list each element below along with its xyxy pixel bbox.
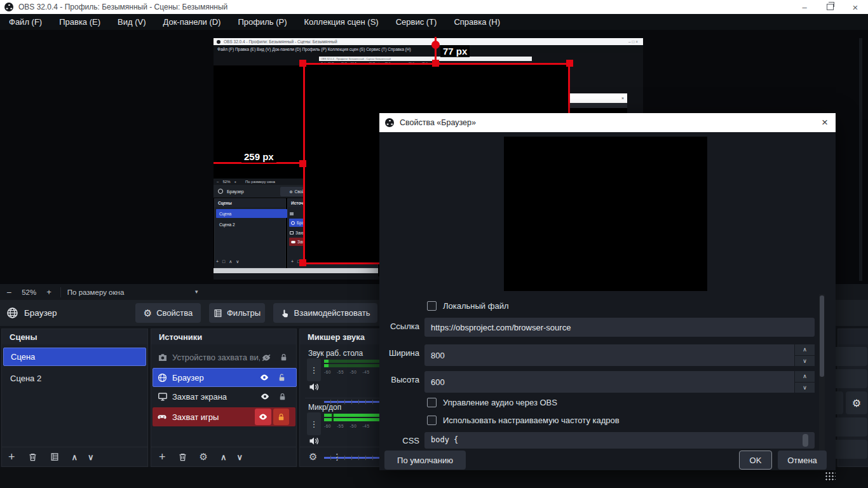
source-row-capture-device[interactable]: Устройство захвата ви,: [153, 348, 296, 367]
properties-button[interactable]: ⚙ Свойства: [135, 303, 201, 323]
scene-row-selected[interactable]: Сцена: [3, 348, 146, 366]
menu-scene-collection[interactable]: Коллекция сцен (S): [304, 17, 379, 27]
controls-dock-sliver: ⚙: [837, 329, 868, 467]
dialog-resize-grip[interactable]: [824, 471, 836, 481]
spin-up-icon[interactable]: ∧: [795, 371, 815, 383]
nested-menubar: Файл (F) Правка (E) Вид (V) Док-панели (…: [214, 45, 643, 53]
source-row-game-capture[interactable]: Захват игры: [153, 407, 295, 426]
source-row-display-capture[interactable]: Захват экрана: [153, 388, 296, 405]
window-titlebar: OBS 32.0.4 - Профиль: Безымянный - Сцены…: [0, 0, 868, 14]
local-file-checkbox-row[interactable]: Локальный файл: [427, 301, 509, 311]
checkbox[interactable]: [427, 398, 437, 407]
minimize-button[interactable]: –: [792, 0, 817, 14]
speaker-icon[interactable]: [307, 380, 321, 394]
custom-fps-checkbox-row[interactable]: Использовать настраиваемую частоту кадро…: [427, 416, 620, 425]
source-down-button[interactable]: ∨: [236, 452, 243, 462]
source-row-browser[interactable]: Браузер: [153, 368, 297, 387]
menu-bar: Файл (F) Правка (E) Вид (V) Док-панели (…: [0, 14, 868, 30]
source-up-button[interactable]: ∧: [220, 452, 227, 462]
zoom-fit-select[interactable]: По размеру окна: [67, 288, 124, 296]
lock-icon[interactable]: [279, 353, 288, 362]
interact-button[interactable]: Взаимодействовать: [273, 303, 377, 323]
mixer-settings-gears-icon[interactable]: ⚙: [309, 451, 317, 463]
add-source-button[interactable]: +: [159, 451, 166, 464]
menu-tools[interactable]: Сервис (T): [396, 17, 437, 27]
settings-button[interactable]: [833, 440, 867, 459]
nested-camera-icon: [290, 212, 294, 215]
ok-button[interactable]: OK: [739, 451, 772, 470]
dialog-titlebar[interactable]: Свойства «Браузер» ×: [379, 113, 836, 132]
height-spinbox[interactable]: 600 ∧ ∨: [424, 371, 815, 393]
obs-logo-icon: [4, 3, 13, 11]
remove-scene-button[interactable]: [28, 452, 37, 462]
zoom-separator: [60, 287, 61, 297]
spin-up-icon[interactable]: ∧: [795, 344, 815, 356]
sources-header[interactable]: Источники: [151, 329, 296, 344]
spin-down-icon[interactable]: ∨: [795, 356, 815, 367]
defaults-button[interactable]: По умолчанию: [384, 451, 466, 470]
remove-source-button[interactable]: [178, 452, 187, 462]
lock-icon[interactable]: [278, 392, 287, 402]
unlock-icon[interactable]: [277, 373, 287, 383]
channel-menu-dots-icon[interactable]: ⋮: [307, 412, 321, 435]
studio-mode-button[interactable]: [833, 417, 867, 437]
dialog-scrollbar-thumb[interactable]: [820, 295, 824, 377]
css-textarea[interactable]: body {: [424, 432, 815, 449]
checkbox[interactable]: [427, 301, 437, 311]
scene-up-button[interactable]: ∧: [72, 452, 78, 462]
handle-top-left[interactable]: [299, 60, 306, 67]
virtual-camera-settings-gear-icon[interactable]: ⚙: [846, 391, 867, 414]
audio-via-obs-checkbox-row[interactable]: Управление аудио через OBS: [427, 398, 557, 407]
eye-icon[interactable]: [260, 391, 270, 402]
scenes-header[interactable]: Сцены: [2, 329, 147, 344]
add-scene-button[interactable]: +: [8, 451, 15, 464]
source-properties-button[interactable]: ⚙: [200, 451, 208, 463]
nested-taskbar-band: [214, 268, 378, 273]
menu-view[interactable]: Вид (V): [118, 17, 146, 27]
cancel-button[interactable]: Отмена: [778, 451, 827, 470]
spin-down-icon[interactable]: ∨: [795, 383, 815, 393]
nested-scene2-row: Сцена 2: [219, 220, 235, 228]
css-scrollbar-thumb[interactable]: [803, 434, 808, 447]
mixer-menu-dots-icon[interactable]: ⋮: [332, 452, 341, 462]
rotation-handle[interactable]: [431, 41, 440, 49]
restore-button[interactable]: [817, 0, 843, 14]
dialog-close-icon[interactable]: ×: [822, 116, 828, 129]
url-input[interactable]: https://obsproject.com/browser-source: [424, 318, 815, 337]
zoom-out-button[interactable]: −: [6, 287, 11, 297]
sources-toolbar: + ⚙ ∧ ∨: [151, 447, 296, 466]
filters-button[interactable]: Фильтры: [209, 303, 265, 323]
vu-scale: -60 -55 -50 -45: [324, 424, 370, 428]
eye-off-icon[interactable]: [261, 353, 271, 363]
globe-icon: [158, 373, 167, 383]
start-recording-button[interactable]: [833, 369, 867, 388]
menu-help[interactable]: Справка (H): [454, 17, 500, 27]
nested-window-controls: – □ ×: [628, 39, 638, 44]
camera-icon: [158, 353, 168, 363]
lock-icon-badge[interactable]: [273, 409, 289, 425]
speaker-icon[interactable]: [307, 434, 321, 448]
eye-icon[interactable]: [259, 372, 269, 383]
channel-menu-dots-icon[interactable]: ⋮: [307, 358, 321, 381]
close-button[interactable]: ×: [843, 0, 868, 14]
gear-icon: ⚙: [144, 308, 152, 319]
menu-docks[interactable]: Док-панели (D): [163, 17, 221, 27]
width-spinbox[interactable]: 800 ∧ ∨: [424, 344, 815, 366]
menu-profile[interactable]: Профиль (P): [238, 17, 287, 27]
scene-down-button[interactable]: ∨: [88, 452, 94, 462]
zoom-value: 52%: [22, 288, 36, 296]
menu-edit[interactable]: Правка (E): [59, 17, 100, 27]
handle-bottom-left[interactable]: [299, 259, 306, 266]
eye-icon-badge[interactable]: [255, 409, 271, 425]
handle-top-right[interactable]: [566, 60, 573, 67]
checkbox[interactable]: [427, 416, 437, 425]
start-streaming-button[interactable]: [833, 347, 867, 366]
zoom-in-button[interactable]: +: [46, 287, 51, 297]
scene-row[interactable]: Сцена 2: [10, 371, 41, 385]
mixer-channel-name: Звук раб. стола: [308, 349, 363, 358]
menu-file[interactable]: Файл (F): [9, 17, 42, 27]
nested-scenes-panel: Сцены Сцена Сцена 2: [214, 198, 286, 268]
left-offset-label: 259 px: [241, 151, 276, 163]
zoom-fit-dropdown-icon[interactable]: ▼: [194, 289, 199, 295]
scene-filters-button[interactable]: [50, 452, 59, 461]
